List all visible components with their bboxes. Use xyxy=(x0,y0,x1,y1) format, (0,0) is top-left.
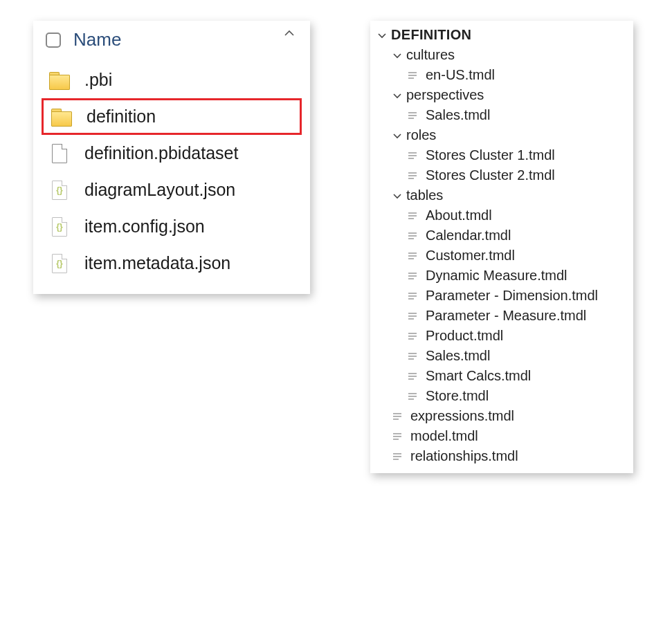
tree-folder-label: cultures xyxy=(406,47,455,63)
tree-file[interactable]: model.tmdl xyxy=(376,426,628,446)
file-lines-icon xyxy=(406,272,419,280)
file-row[interactable]: {}diagramLayout.json xyxy=(42,172,302,208)
json-file-icon: {} xyxy=(47,254,72,273)
tree-file-label: relationships.tmdl xyxy=(410,448,518,464)
tree-file[interactable]: Stores Cluster 1.tmdl xyxy=(376,145,628,165)
file-label: item.metadata.json xyxy=(84,253,230,273)
file-lines-icon xyxy=(406,392,419,401)
file-icon xyxy=(47,144,72,163)
file-lines-icon xyxy=(406,332,419,340)
tree-file[interactable]: Product.tmdl xyxy=(376,326,628,346)
tree-file-label: Stores Cluster 2.tmdl xyxy=(426,167,555,183)
name-column-header[interactable]: Name xyxy=(73,29,121,50)
tree-file[interactable]: Dynamic Measure.tmdl xyxy=(376,266,628,286)
tree-file[interactable]: en-US.tmdl xyxy=(376,65,628,85)
explorer-header: Name xyxy=(33,21,310,57)
chevron-down-icon xyxy=(376,30,388,40)
tree-file-label: About.tmdl xyxy=(426,208,492,223)
chevron-down-icon xyxy=(391,91,403,100)
file-row[interactable]: {}item.config.json xyxy=(42,208,302,245)
file-label: definition.pbidataset xyxy=(84,143,238,163)
tree-root-label: DEFINITION xyxy=(391,27,471,43)
tree-file[interactable]: Store.tmdl xyxy=(376,386,628,406)
tree-file-label: Sales.tmdl xyxy=(426,348,490,364)
tree-folder[interactable]: roles xyxy=(376,125,628,145)
tree-file-label: Parameter - Dimension.tmdl xyxy=(426,288,598,304)
tree-file-label: expressions.tmdl xyxy=(410,408,514,424)
tree-folder[interactable]: tables xyxy=(376,185,628,205)
tree-file[interactable]: Calendar.tmdl xyxy=(376,226,628,246)
file-lines-icon xyxy=(406,151,419,160)
folder-icon xyxy=(47,72,72,89)
json-file-icon: {} xyxy=(47,181,72,200)
file-label: definition xyxy=(87,107,156,127)
tree-file-label: Sales.tmdl xyxy=(426,107,490,123)
file-explorer-panel: Name .pbidefinitiondefinition.pbidataset… xyxy=(33,21,310,294)
file-lines-icon xyxy=(406,352,419,360)
tree-file[interactable]: Parameter - Measure.tmdl xyxy=(376,306,628,326)
tree-folder-label: perspectives xyxy=(406,87,484,103)
tree-file-label: en-US.tmdl xyxy=(426,67,495,83)
tree-file[interactable]: Smart Calcs.tmdl xyxy=(376,366,628,386)
file-lines-icon xyxy=(391,412,403,421)
file-lines-icon xyxy=(391,432,403,441)
file-lines-icon xyxy=(391,452,403,461)
tree-file[interactable]: Stores Cluster 2.tmdl xyxy=(376,165,628,185)
folder-icon xyxy=(49,109,74,125)
tree-file[interactable]: relationships.tmdl xyxy=(376,446,628,466)
file-label: .pbi xyxy=(84,70,112,90)
tree-file[interactable]: Parameter - Dimension.tmdl xyxy=(376,286,628,306)
tree-file-label: Customer.tmdl xyxy=(426,248,515,264)
file-lines-icon xyxy=(406,292,419,300)
tree-file-label: model.tmdl xyxy=(410,428,478,444)
tree-file-label: Smart Calcs.tmdl xyxy=(426,368,531,384)
file-lines-icon xyxy=(406,312,419,320)
tree-file[interactable]: Sales.tmdl xyxy=(376,105,628,125)
select-all-checkbox[interactable] xyxy=(46,33,61,48)
file-lines-icon xyxy=(406,172,419,180)
tree-file[interactable]: Customer.tmdl xyxy=(376,246,628,266)
tree-file-label: Calendar.tmdl xyxy=(426,228,511,243)
tree-folder-label: roles xyxy=(406,127,436,143)
file-lines-icon xyxy=(406,372,419,380)
tree-file-label: Product.tmdl xyxy=(426,328,503,344)
tree-file[interactable]: expressions.tmdl xyxy=(376,406,628,426)
tree-file[interactable]: Sales.tmdl xyxy=(376,346,628,366)
file-row[interactable]: .pbi xyxy=(42,62,302,98)
json-file-icon: {} xyxy=(47,217,72,237)
file-label: diagramLayout.json xyxy=(84,180,235,200)
chevron-up-icon[interactable] xyxy=(282,26,296,43)
file-row[interactable]: definition xyxy=(42,98,302,135)
file-lines-icon xyxy=(406,212,419,220)
file-lines-icon xyxy=(406,232,419,240)
tree-folder[interactable]: cultures xyxy=(376,45,628,65)
tree-file-label: Stores Cluster 1.tmdl xyxy=(426,147,555,163)
chevron-down-icon xyxy=(391,50,403,60)
tree-folder-label: tables xyxy=(406,187,443,203)
chevron-down-icon xyxy=(391,131,403,140)
file-lines-icon xyxy=(406,252,419,260)
chevron-down-icon xyxy=(391,191,403,201)
file-lines-icon xyxy=(406,111,419,120)
file-row[interactable]: {}item.metadata.json xyxy=(42,245,302,282)
tree-folder[interactable]: perspectives xyxy=(376,85,628,105)
file-label: item.config.json xyxy=(84,217,205,237)
tree-file-label: Dynamic Measure.tmdl xyxy=(426,268,567,284)
tree-panel: DEFINITION culturesen-US.tmdlperspective… xyxy=(370,21,633,473)
tree-file-label: Store.tmdl xyxy=(426,388,489,404)
tree-file-label: Parameter - Measure.tmdl xyxy=(426,308,586,324)
file-lines-icon xyxy=(406,71,419,80)
file-list: .pbidefinitiondefinition.pbidataset{}dia… xyxy=(33,57,310,282)
file-row[interactable]: definition.pbidataset xyxy=(42,135,302,172)
tree-root[interactable]: DEFINITION xyxy=(376,25,628,45)
tree-body: culturesen-US.tmdlperspectivesSales.tmdl… xyxy=(376,45,628,466)
tree-file[interactable]: About.tmdl xyxy=(376,205,628,226)
